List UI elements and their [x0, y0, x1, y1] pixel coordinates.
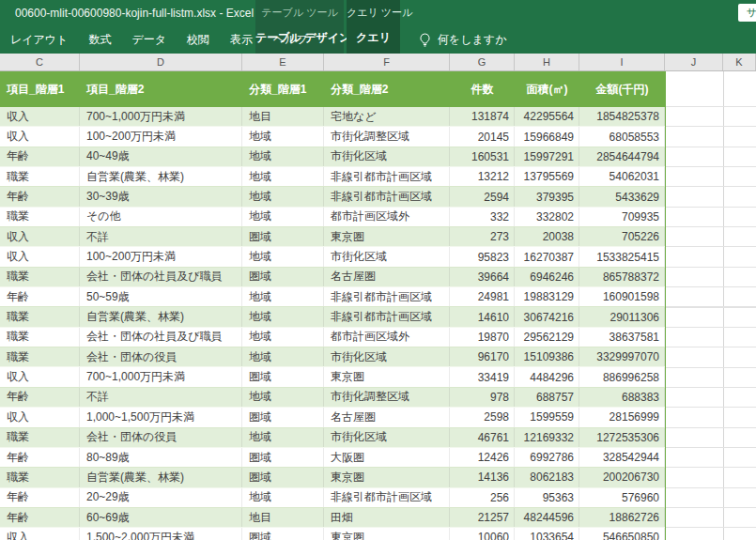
cell-amount[interactable]: 38637581 — [579, 328, 665, 347]
cell-amount[interactable]: 68058553 — [579, 127, 665, 146]
cell-class-level2[interactable]: 市街化区域 — [324, 428, 450, 447]
cell-amount[interactable]: 18862726 — [579, 508, 665, 527]
cell-area[interactable]: 1033654 — [515, 528, 579, 540]
cell-item-level2[interactable]: 100~200万円未満 — [80, 127, 242, 146]
cell-area[interactable]: 42295564 — [515, 107, 579, 126]
cell-class-level2[interactable]: 都市計画区域外 — [324, 328, 450, 347]
cell-item-level1[interactable]: 職業 — [0, 268, 80, 286]
cell-item-level1[interactable]: 年齢 — [0, 287, 80, 306]
cell-class-level1[interactable]: 圏域 — [242, 408, 324, 426]
cell-class-level2[interactable]: 市街化区域 — [324, 247, 450, 266]
table-row[interactable]: 職業 自営業(農業、林業) 圏域 東京圏 14136 8062183 20020… — [0, 468, 665, 487]
cell-item-level2[interactable]: 自営業(農業、林業) — [80, 468, 242, 486]
empty-grid-area[interactable] — [666, 71, 756, 540]
cell-class-level1[interactable]: 地域 — [242, 287, 324, 306]
cell-count[interactable]: 10060 — [450, 528, 515, 540]
cell-count[interactable]: 13212 — [450, 167, 515, 186]
cell-amount[interactable]: 200206730 — [579, 468, 665, 486]
cell-count[interactable]: 96170 — [450, 347, 515, 366]
cell-class-level1[interactable]: 地域 — [242, 127, 324, 146]
cell-area[interactable]: 688757 — [515, 388, 579, 407]
table-row[interactable]: 年齢 60~69歳 地目 田畑 21257 48244596 18862726 — [0, 508, 665, 528]
cell-class-level2[interactable]: 市街化区域 — [324, 347, 450, 366]
table-row[interactable]: 年齢 30~39歳 地域 非線引都市計画区域 2594 379395 54336… — [0, 187, 665, 207]
cell-class-level2[interactable]: 市街化調整区域 — [324, 388, 450, 407]
column-header-h[interactable]: H — [515, 54, 579, 70]
cell-item-level2[interactable]: 80~89歳 — [80, 448, 242, 467]
cell-area[interactable]: 4484296 — [515, 367, 579, 386]
header-item-level2[interactable]: 項目_階層2 — [80, 71, 242, 107]
cell-amount[interactable]: 709935 — [579, 208, 665, 226]
cell-class-level2[interactable]: 市街化区域 — [324, 147, 450, 166]
cell-amount[interactable]: 160901598 — [579, 287, 665, 306]
cell-count[interactable]: 20145 — [450, 127, 515, 146]
cell-amount[interactable]: 1272535306 — [579, 428, 665, 447]
table-row[interactable]: 職業 自営業(農業、林業) 地域 非線引都市計画区域 14610 3067421… — [0, 307, 665, 327]
cell-area[interactable]: 15997291 — [515, 147, 579, 166]
table-row[interactable]: 職業 自営業(農業、林業) 地域 非線引都市計画区域 13212 1379556… — [0, 167, 665, 187]
sign-in-button[interactable]: サインイン — [738, 4, 756, 22]
cell-area[interactable]: 16270387 — [515, 247, 579, 266]
cell-item-level1[interactable]: 職業 — [0, 167, 80, 186]
header-class-level1[interactable]: 分類_階層1 — [242, 71, 324, 107]
table-row[interactable]: 収入 1,000~1,500万円未満 圏域 名古屋圏 2598 1599559 … — [0, 408, 665, 427]
table-row[interactable]: 収入 100~200万円未満 地域 市街化区域 95823 16270387 1… — [0, 247, 665, 267]
cell-item-level2[interactable]: 700~1,000万円未満 — [80, 107, 242, 126]
cell-amount[interactable]: 1854825378 — [579, 107, 665, 126]
cell-class-level2[interactable]: 東京圏 — [324, 468, 450, 486]
cell-class-level1[interactable]: 地域 — [242, 347, 324, 366]
cell-count[interactable]: 14136 — [450, 468, 515, 486]
cell-area[interactable]: 19883129 — [515, 287, 579, 306]
cell-item-level1[interactable]: 職業 — [0, 347, 80, 366]
column-header-c[interactable]: C — [0, 54, 80, 70]
cell-amount[interactable]: 546650850 — [579, 528, 665, 540]
cell-item-level2[interactable]: 自営業(農業、林業) — [80, 307, 242, 326]
cell-class-level2[interactable]: 非線引都市計画区域 — [324, 187, 450, 206]
cell-amount[interactable]: 54062031 — [579, 167, 665, 186]
cell-count[interactable]: 2594 — [450, 187, 515, 206]
cell-item-level2[interactable]: 会社・団体の社員及び職員 — [80, 328, 242, 347]
cell-count[interactable]: 19870 — [450, 328, 515, 347]
cell-item-level2[interactable]: 会社・団体の役員 — [80, 347, 242, 366]
cell-class-level1[interactable]: 地域 — [242, 147, 324, 166]
cell-area[interactable]: 13795569 — [515, 167, 579, 186]
cell-item-level2[interactable]: 自営業(農業、林業) — [80, 167, 242, 186]
cell-class-level1[interactable]: 地域 — [242, 328, 324, 347]
tab-help[interactable]: ヘルプ — [263, 32, 318, 48]
cell-class-level1[interactable]: 地域 — [242, 247, 324, 266]
cell-count[interactable]: 273 — [450, 227, 515, 246]
cell-class-level2[interactable]: 東京圏 — [324, 227, 450, 246]
cell-item-level1[interactable]: 職業 — [0, 307, 80, 326]
cell-class-level1[interactable]: 地域 — [242, 307, 324, 326]
cell-item-level2[interactable]: 40~49歳 — [80, 147, 242, 166]
cell-class-level2[interactable]: 田畑 — [324, 508, 450, 527]
column-header-e[interactable]: E — [242, 54, 324, 70]
cell-amount[interactable]: 865788372 — [579, 268, 665, 286]
column-header-j[interactable]: J — [665, 54, 723, 70]
cell-count[interactable]: 256 — [450, 488, 515, 507]
column-header-k[interactable]: K — [723, 54, 756, 70]
column-header-f[interactable]: F — [324, 54, 450, 70]
cell-item-level1[interactable]: 収入 — [0, 408, 80, 426]
cell-area[interactable]: 379395 — [515, 187, 579, 206]
column-header-i[interactable]: I — [579, 54, 665, 70]
table-row[interactable]: 職業 会社・団体の社員及び職員 地域 都市計画区域外 19870 2956212… — [0, 328, 665, 347]
cell-item-level2[interactable]: 30~39歳 — [80, 187, 242, 206]
cell-class-level2[interactable]: 都市計画区域外 — [324, 208, 450, 226]
cell-area[interactable]: 332802 — [515, 208, 579, 226]
cell-item-level1[interactable]: 年齢 — [0, 147, 80, 166]
cell-amount[interactable]: 29011306 — [579, 307, 665, 326]
cell-item-level1[interactable]: 年齢 — [0, 187, 80, 206]
cell-count[interactable]: 14610 — [450, 307, 515, 326]
column-header-g[interactable]: G — [450, 54, 515, 70]
cell-count[interactable]: 39664 — [450, 268, 515, 286]
cell-class-level1[interactable]: 圏域 — [242, 528, 324, 540]
cell-item-level1[interactable]: 年齢 — [0, 508, 80, 527]
tab-query[interactable]: クエリ — [347, 30, 400, 46]
cell-count[interactable]: 978 — [450, 388, 515, 407]
cell-count[interactable]: 12426 — [450, 448, 515, 467]
column-header-d[interactable]: D — [80, 54, 242, 70]
table-row[interactable]: 年齢 不詳 地域 市街化調整区域 978 688757 688383 — [0, 388, 665, 408]
table-row[interactable]: 収入 不詳 圏域 東京圏 273 20038 705226 — [0, 227, 665, 247]
cell-amount[interactable]: 2854644794 — [579, 147, 665, 166]
